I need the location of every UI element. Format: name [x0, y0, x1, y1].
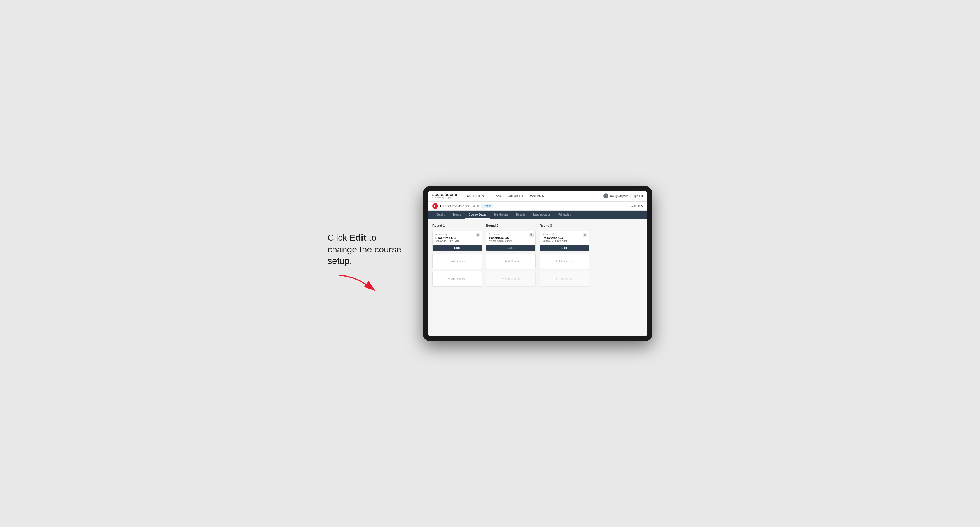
content-area: Round 1 🗑 (Course A) Peachtree GC Yellow…: [428, 219, 648, 337]
round-3-course-tee: Yellow (M) (6629 yds): [542, 240, 586, 242]
brand: SCOREBOARD Powered by clippd: [432, 194, 457, 198]
add-course-label-2: Add Course: [451, 277, 466, 281]
plus-icon-4: +: [502, 277, 504, 281]
round-1-course-card: 🗑 (Course A) Peachtree GC Yellow (M) (66…: [432, 231, 482, 251]
user-avatar: [603, 194, 608, 198]
trash-icon: 🗑: [477, 233, 479, 236]
tournament-name: Clippd Invitational: [440, 204, 469, 208]
round-2-course-tee: Yellow (M) (6629 yds): [489, 240, 533, 242]
round-2-add-course-1[interactable]: + Add Course: [486, 254, 536, 269]
tabs-bar: Details Teams Course Setup Tee Groups Re…: [428, 211, 648, 219]
round-2-label: Round 2: [486, 224, 536, 227]
plus-icon-3: +: [502, 259, 504, 263]
add-course-label-4: Add Course: [505, 277, 520, 281]
round-4-column-empty: [593, 224, 643, 287]
tab-tee-groups[interactable]: Tee Groups: [490, 211, 512, 219]
brand-title: SCOREBOARD: [432, 194, 457, 197]
round-1-add-course-2[interactable]: + Add Course: [432, 271, 482, 287]
round-1-delete-button[interactable]: 🗑: [476, 233, 480, 237]
instruction-text: Click Edit to change the course setup.: [328, 232, 406, 267]
user-email: blair@clippd.io: [610, 195, 628, 198]
round-3-course-label: (Course A): [542, 233, 586, 236]
sub-header: C Clippd Invitational (Men) Hosting Canc…: [428, 202, 648, 211]
trash-icon-3: 🗑: [584, 233, 587, 236]
round-1-course-label: (Course A): [435, 233, 479, 236]
tab-results[interactable]: Results: [512, 211, 529, 219]
round-2-add-course-2: + Add Course: [486, 271, 536, 287]
tournament-gender: (Men): [471, 204, 479, 207]
round-3-column: Round 3 🗑 (Course A) Peachtree GC Yellow…: [539, 224, 589, 287]
plus-icon-5: +: [555, 259, 557, 263]
round-1-add-course-1[interactable]: + Add Course: [432, 254, 482, 269]
round-2-delete-button[interactable]: 🗑: [529, 233, 534, 237]
round-2-edit-button[interactable]: Edit: [486, 244, 536, 251]
page-wrapper: Click Edit to change the course setup. S…: [11, 186, 969, 341]
add-course-label-3: Add Course: [505, 260, 520, 263]
rounds-grid: Round 1 🗑 (Course A) Peachtree GC Yellow…: [432, 224, 643, 287]
add-course-label-5: Add Course: [558, 260, 573, 263]
plus-icon-6: +: [555, 277, 557, 281]
nav-rankings[interactable]: RANKINGS: [529, 195, 544, 198]
plus-icon-1: +: [448, 259, 450, 263]
add-course-label-6: Add Course: [558, 277, 573, 281]
round-1-column: Round 1 🗑 (Course A) Peachtree GC Yellow…: [432, 224, 482, 287]
brand-subtitle: Powered by clippd: [432, 197, 457, 198]
round-1-course-name: Peachtree GC: [435, 236, 479, 240]
nav-committee[interactable]: COMMITTEE: [507, 195, 525, 198]
nav-tournaments[interactable]: TOURNAMENTS: [465, 195, 487, 198]
round-3-edit-button[interactable]: Edit: [540, 244, 589, 251]
separator: |: [630, 195, 631, 198]
tablet-screen: SCOREBOARD Powered by clippd TOURNAMENTS…: [428, 191, 648, 337]
hosting-badge: Hosting: [481, 204, 493, 208]
sign-out-link[interactable]: Sign out: [633, 195, 643, 198]
instruction-section: Click Edit to change the course setup.: [328, 232, 406, 295]
round-2-course-card: 🗑 (Course A) Peachtree GC Yellow (M) (66…: [486, 231, 536, 251]
round-3-course-card: 🗑 (Course A) Peachtree GC Yellow (M) (66…: [539, 231, 589, 251]
plus-icon-2: +: [448, 277, 450, 281]
round-1-edit-button[interactable]: Edit: [433, 244, 482, 251]
tab-leaderboards[interactable]: Leaderboards: [529, 211, 554, 219]
round-3-course-name: Peachtree GC: [542, 236, 586, 240]
add-course-label-1: Add Course: [451, 260, 466, 263]
round-3-label: Round 3: [539, 224, 589, 227]
tab-details[interactable]: Details: [432, 211, 449, 219]
tab-teams[interactable]: Teams: [449, 211, 465, 219]
round-2-column: Round 2 🗑 (Course A) Peachtree GC Yellow…: [486, 224, 536, 287]
clippd-logo: C: [432, 203, 438, 209]
cancel-button[interactable]: Cancel ✕: [631, 204, 643, 207]
cancel-x-icon: ✕: [641, 204, 643, 207]
top-nav: SCOREBOARD Powered by clippd TOURNAMENTS…: [428, 191, 648, 202]
tab-printables[interactable]: Printables: [554, 211, 574, 219]
round-3-add-course-2: + Add Course: [539, 271, 589, 287]
tab-course-setup[interactable]: Course Setup: [465, 211, 490, 219]
tablet-shell: SCOREBOARD Powered by clippd TOURNAMENTS…: [423, 186, 652, 341]
nav-links: TOURNAMENTS TEAMS COMMITTEE RANKINGS: [465, 195, 598, 198]
round-2-course-label: (Course A): [489, 233, 533, 236]
round-1-label: Round 1: [432, 224, 482, 227]
user-info: blair@clippd.io | Sign out: [603, 194, 643, 198]
arrow-indicator: [339, 273, 383, 295]
round-1-course-tee: Yellow (M) (6629 yds): [435, 240, 479, 242]
tournament-info: C Clippd Invitational (Men) Hosting: [432, 203, 493, 209]
round-3-add-course-1[interactable]: + Add Course: [539, 254, 589, 269]
round-2-course-name: Peachtree GC: [489, 236, 533, 240]
nav-teams[interactable]: TEAMS: [492, 195, 502, 198]
trash-icon-2: 🗑: [530, 233, 533, 236]
round-3-delete-button[interactable]: 🗑: [583, 233, 587, 237]
